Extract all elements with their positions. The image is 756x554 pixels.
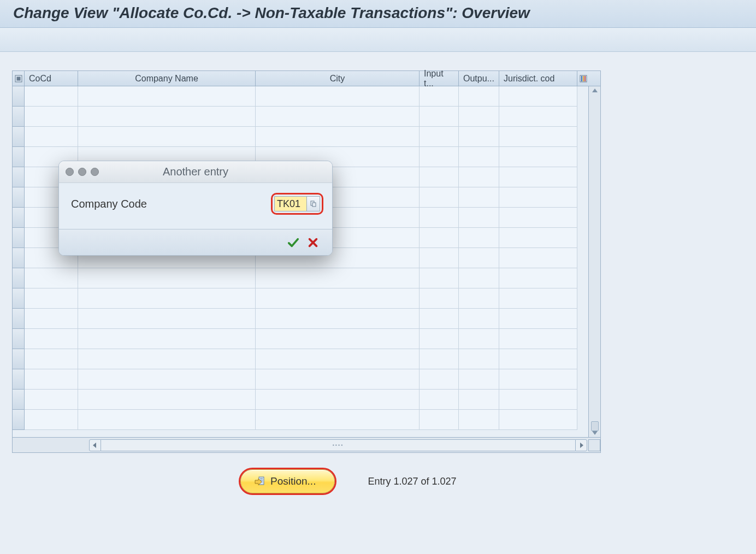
minimize-window-icon[interactable] xyxy=(78,168,86,176)
select-all-button[interactable] xyxy=(13,71,25,86)
svg-rect-5 xyxy=(584,76,586,81)
scroll-left-icon[interactable] xyxy=(89,439,101,451)
row-selector[interactable] xyxy=(13,187,25,208)
search-help-button[interactable] xyxy=(307,196,320,211)
dialog-title: Another entry xyxy=(59,166,332,178)
table-row[interactable] xyxy=(13,329,588,349)
svg-rect-3 xyxy=(581,76,582,81)
table-row[interactable] xyxy=(13,309,588,329)
row-selector[interactable] xyxy=(13,248,25,268)
company-code-input[interactable] xyxy=(274,196,307,211)
scrollbar-corner xyxy=(588,439,600,451)
column-header-cocd[interactable]: CoCd xyxy=(25,71,78,86)
table-panel: CoCd Company Name City Input t... Outpu.… xyxy=(12,70,601,453)
row-selector[interactable] xyxy=(13,147,25,167)
row-selector[interactable] xyxy=(13,369,25,390)
table-row[interactable] xyxy=(13,268,588,288)
row-selector[interactable] xyxy=(13,268,25,288)
application-toolbar xyxy=(0,28,756,52)
table-row[interactable] xyxy=(13,390,588,410)
row-selector[interactable] xyxy=(13,309,25,329)
row-selector[interactable] xyxy=(13,390,25,410)
column-header-jurisdiction-code[interactable]: Jurisdict. cod xyxy=(499,71,577,86)
table-body xyxy=(13,86,600,437)
entry-status: Entry 1.027 of 1.027 xyxy=(368,476,456,487)
close-window-icon[interactable] xyxy=(66,168,74,176)
row-selector[interactable] xyxy=(13,329,25,349)
title-bar: Change View "Allocate Co.Cd. -> Non-Taxa… xyxy=(0,0,756,28)
row-selector[interactable] xyxy=(13,228,25,248)
svg-rect-4 xyxy=(583,76,584,81)
svg-rect-1 xyxy=(16,76,20,80)
horizontal-scroll-track[interactable]: •••• xyxy=(101,439,575,451)
checkmark-icon xyxy=(287,237,299,249)
table-row[interactable] xyxy=(13,107,588,127)
row-selector[interactable] xyxy=(13,167,25,187)
table-row[interactable] xyxy=(13,369,588,390)
company-code-field-group xyxy=(274,196,320,211)
column-header-input-tax[interactable]: Input t... xyxy=(420,71,459,86)
cancel-button[interactable] xyxy=(307,237,319,249)
window-controls[interactable] xyxy=(66,168,99,176)
table-settings-button[interactable] xyxy=(577,71,589,86)
vertical-scrollbar[interactable] xyxy=(588,86,600,437)
vertical-scroll-thumb[interactable] xyxy=(591,421,599,431)
row-selector[interactable] xyxy=(13,288,25,309)
column-header-city[interactable]: City xyxy=(256,71,420,86)
page-title: Change View "Allocate Co.Cd. -> Non-Taxa… xyxy=(13,4,743,22)
footer: Position... Entry 1.027 of 1.027 xyxy=(0,469,756,493)
horizontal-scrollbar[interactable]: •••• xyxy=(13,437,600,452)
dialog-footer xyxy=(59,229,332,255)
table-row[interactable] xyxy=(13,127,588,147)
column-header-output-tax[interactable]: Outpu... xyxy=(459,71,499,86)
search-help-icon xyxy=(310,201,317,207)
row-selector[interactable] xyxy=(13,410,25,430)
table-row[interactable] xyxy=(13,410,588,430)
table-row[interactable] xyxy=(13,86,588,107)
table-row[interactable] xyxy=(13,288,588,309)
position-button-label: Position... xyxy=(270,475,316,487)
row-selector[interactable] xyxy=(13,127,25,147)
zoom-window-icon[interactable] xyxy=(91,168,99,176)
position-button[interactable]: Position... xyxy=(240,469,335,493)
row-selector[interactable] xyxy=(13,86,25,107)
dialog-body: Company Code xyxy=(59,183,332,229)
column-header-company-name[interactable]: Company Name xyxy=(78,71,256,86)
dialog-titlebar[interactable]: Another entry xyxy=(59,161,332,183)
confirm-button[interactable] xyxy=(287,237,299,249)
cancel-icon xyxy=(307,237,319,249)
position-icon xyxy=(254,476,265,487)
svg-marker-7 xyxy=(580,443,583,448)
row-selector[interactable] xyxy=(13,208,25,228)
another-entry-dialog: Another entry Company Code xyxy=(58,161,333,256)
scroll-right-icon[interactable] xyxy=(575,439,587,451)
scroll-down-icon[interactable] xyxy=(592,431,598,435)
svg-marker-6 xyxy=(93,443,96,448)
scroll-up-icon[interactable] xyxy=(592,89,598,92)
svg-rect-9 xyxy=(312,203,316,207)
table-row[interactable] xyxy=(13,349,588,369)
row-selector[interactable] xyxy=(13,107,25,127)
company-code-label: Company Code xyxy=(71,198,147,210)
table-header: CoCd Company Name City Input t... Outpu.… xyxy=(13,71,600,86)
row-selector[interactable] xyxy=(13,349,25,369)
